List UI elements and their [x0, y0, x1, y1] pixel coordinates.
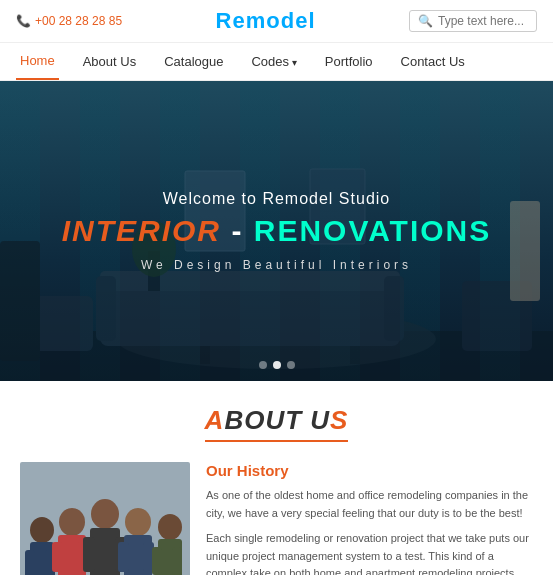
about-title-bout: BOUT U: [224, 405, 330, 435]
search-input[interactable]: [438, 14, 528, 28]
nav-portfolio[interactable]: Portfolio: [321, 44, 377, 79]
about-section: ABOUT US: [0, 381, 553, 575]
search-bar[interactable]: 🔍: [409, 10, 537, 32]
svg-rect-30: [83, 537, 95, 572]
nav-codes[interactable]: Codes: [247, 44, 300, 79]
history-p2: Each single remodeling or renovation pro…: [206, 530, 533, 575]
search-icon: 🔍: [418, 14, 433, 28]
nav-catalogue[interactable]: Catalogue: [160, 44, 227, 79]
svg-rect-8: [384, 276, 404, 341]
hero-interior: INTERIOR: [62, 214, 221, 247]
phone-text: +00 28 28 28 85: [35, 14, 122, 28]
about-title-s: S: [330, 405, 348, 435]
svg-rect-22: [25, 550, 35, 575]
main-nav: Home About Us Catalogue Codes Portfolio …: [0, 43, 553, 81]
svg-point-20: [30, 517, 54, 543]
svg-rect-26: [52, 542, 63, 572]
nav-about[interactable]: About Us: [79, 44, 140, 79]
svg-point-36: [158, 514, 182, 540]
team-photo: [20, 462, 190, 575]
hero-dash: -: [221, 214, 254, 247]
about-title-a: A: [205, 405, 225, 435]
header: 📞 +00 28 28 28 85 Remodel 🔍: [0, 0, 553, 43]
svg-rect-7: [96, 276, 116, 341]
about-title-wrapper: ABOUT US: [20, 405, 533, 442]
nav-contact[interactable]: Contact Us: [397, 44, 469, 79]
hero-welcome-text: Welcome to Remodel Studio: [62, 190, 492, 208]
hero-content: Welcome to Remodel Studio INTERIOR - REN…: [62, 190, 492, 272]
svg-point-24: [59, 508, 85, 536]
hero-subtitle: We Design Beautiful Interiors: [62, 258, 492, 272]
phone-number[interactable]: 📞 +00 28 28 28 85: [16, 14, 122, 28]
team-svg: [20, 462, 190, 575]
hero-section: Welcome to Remodel Studio INTERIOR - REN…: [0, 81, 553, 381]
hero-dot-2[interactable]: [273, 361, 281, 369]
about-title: ABOUT US: [205, 405, 349, 442]
history-title: Our History: [206, 462, 533, 479]
svg-rect-4: [350, 344, 360, 364]
hero-title: INTERIOR - RENOVATIONS: [62, 214, 492, 248]
about-text-block: Our History As one of the oldest home an…: [206, 462, 533, 575]
history-p1: As one of the oldest home and office rem…: [206, 487, 533, 522]
svg-rect-16: [0, 241, 40, 361]
hero-renovations: RENOVATIONS: [254, 214, 492, 247]
svg-point-28: [91, 499, 119, 529]
logo-model: model: [246, 8, 316, 33]
hero-dots: [259, 361, 295, 369]
phone-icon: 📞: [16, 14, 31, 28]
hero-dot-3[interactable]: [287, 361, 295, 369]
svg-point-32: [125, 508, 151, 536]
svg-rect-38: [152, 547, 162, 575]
hero-dot-1[interactable]: [259, 361, 267, 369]
logo-re: Re: [216, 8, 246, 33]
svg-rect-17: [510, 201, 540, 301]
svg-rect-3: [200, 344, 210, 364]
about-content: Our History As one of the oldest home an…: [20, 462, 533, 575]
svg-rect-39: [172, 547, 182, 575]
svg-rect-34: [118, 542, 129, 572]
site-logo[interactable]: Remodel: [216, 8, 316, 34]
nav-home[interactable]: Home: [16, 43, 59, 80]
